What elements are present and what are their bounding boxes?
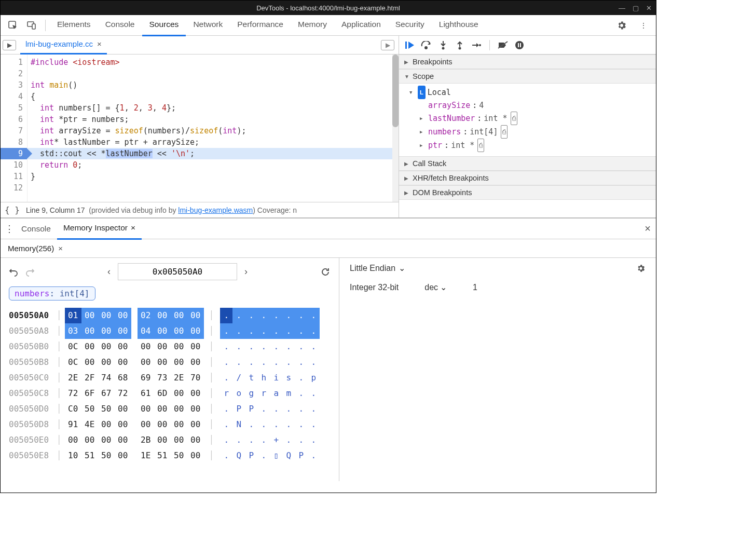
scope-var[interactable]: ▶numbers: int[4]⎙ (409, 125, 656, 139)
drawer-tab-console[interactable]: Console (15, 217, 57, 240)
memory-chip-icon[interactable]: ⎙ (501, 125, 508, 139)
svg-point-4 (425, 47, 427, 49)
panel-breakpoints[interactable]: ▶Breakpoints (399, 54, 656, 69)
endian-select[interactable]: Little Endian ⌄ (350, 263, 405, 273)
line-gutter[interactable]: 123456789101112 (1, 54, 28, 202)
navigator-toggle-icon[interactable]: ▶ (3, 40, 16, 50)
memory-tab[interactable]: Memory(256) × (3, 239, 68, 258)
panel-call-stack[interactable]: ▶Call Stack (399, 156, 656, 171)
int-value: 1 (473, 283, 477, 292)
tab-application[interactable]: Application (334, 14, 388, 36)
file-tab[interactable]: lmi-bug-example.cc × (20, 35, 107, 54)
drawer-more-icon[interactable]: ⋮ (4, 223, 15, 235)
debug-toolbar (399, 36, 656, 54)
wasm-link[interactable]: lmi-bug-example.wasm (178, 206, 253, 214)
svg-rect-3 (405, 42, 407, 49)
tab-memory[interactable]: Memory (291, 14, 334, 36)
tab-network[interactable]: Network (186, 14, 230, 36)
svg-rect-11 (520, 43, 521, 47)
undo-icon[interactable] (9, 267, 18, 277)
refresh-icon[interactable] (320, 267, 331, 277)
scope-var[interactable]: ▶ptr: int *⎙ (409, 139, 656, 152)
editor-status: { } Line 9, Column 17 (provided via debu… (1, 202, 399, 217)
vertical-scrollbar[interactable] (392, 54, 399, 202)
titlebar: DevTools - localhost:4000/lmi-bug-exampl… (1, 1, 656, 15)
inspect-icon[interactable] (6, 18, 20, 33)
pause-icon[interactable] (514, 39, 525, 51)
file-tab-label: lmi-bug-example.cc (25, 35, 93, 53)
tab-sources[interactable]: Sources (142, 14, 186, 36)
variable-chip[interactable]: numbers: int[4] (9, 286, 95, 301)
panel-scope[interactable]: ▼Scope (399, 69, 656, 84)
maximize-icon[interactable]: ▢ (633, 4, 639, 12)
settings-icon[interactable] (636, 264, 646, 273)
int-type-label: Integer 32-bit (350, 283, 399, 292)
address-input[interactable] (118, 263, 237, 280)
step-over-icon[interactable] (421, 39, 432, 51)
step-into-icon[interactable] (437, 39, 449, 51)
redo-icon[interactable] (25, 267, 35, 277)
more-icon[interactable]: ⋮ (636, 18, 651, 33)
minimize-icon[interactable]: — (619, 4, 625, 12)
svg-point-6 (459, 47, 461, 49)
close-icon[interactable]: ✕ (646, 4, 652, 12)
next-page-icon[interactable]: › (244, 266, 248, 277)
main-toolbar: ElementsConsoleSourcesNetworkPerformance… (1, 15, 656, 36)
run-snippet-icon[interactable]: ▶ (381, 40, 394, 50)
panel-xhr-fetch-breakpoints[interactable]: ▶XHR/fetch Breakpoints (399, 171, 656, 185)
close-drawer-icon[interactable]: × (645, 223, 651, 235)
close-tab-icon[interactable]: × (58, 239, 63, 258)
close-tab-icon[interactable]: × (97, 35, 102, 53)
tab-lighthouse[interactable]: Lighthouse (432, 14, 486, 36)
tab-performance[interactable]: Performance (230, 14, 291, 36)
step-out-icon[interactable] (454, 39, 465, 51)
prev-page-icon[interactable]: ‹ (107, 266, 111, 277)
tab-console[interactable]: Console (98, 14, 142, 36)
deactivate-breakpoints-icon[interactable] (497, 39, 509, 51)
window-title: DevTools - localhost:4000/lmi-bug-exampl… (256, 4, 400, 12)
drawer-tabs: ⋮ ConsoleMemory Inspector× × (1, 218, 656, 239)
chevron-down-icon: ⌄ (440, 282, 447, 292)
drawer-tab-memory-inspector[interactable]: Memory Inspector× (57, 217, 142, 240)
settings-icon[interactable] (614, 18, 629, 33)
pretty-print-icon[interactable]: { } (5, 205, 20, 215)
svg-point-7 (479, 44, 481, 46)
svg-point-9 (515, 41, 524, 49)
hex-viewer[interactable]: 005050A0│0100000002000000│........005050… (9, 308, 331, 463)
svg-point-5 (442, 47, 445, 49)
svg-rect-2 (32, 24, 35, 29)
memory-chip-icon[interactable]: ⎙ (477, 139, 484, 152)
code-editor[interactable]: #include <iostream>int main(){ int numbe… (28, 54, 392, 202)
file-tabs: ▶ lmi-bug-example.cc × ▶ (1, 36, 399, 54)
panel-dom-breakpoints[interactable]: ▶DOM Breakpoints (399, 185, 656, 200)
device-toggle-icon[interactable] (24, 18, 39, 33)
step-icon[interactable] (471, 39, 482, 51)
format-select[interactable]: dec ⌄ (424, 282, 447, 292)
tab-security[interactable]: Security (388, 14, 432, 36)
tab-elements[interactable]: Elements (50, 14, 98, 36)
resume-icon[interactable] (404, 39, 416, 51)
chevron-down-icon: ⌄ (399, 263, 405, 273)
scope-var[interactable]: arraySize: 4 (409, 99, 656, 112)
scope-var[interactable]: ▶lastNumber: int *⎙ (409, 112, 656, 125)
close-tab-icon[interactable]: × (131, 217, 135, 238)
svg-rect-10 (518, 43, 519, 47)
memory-chip-icon[interactable]: ⎙ (511, 112, 517, 125)
